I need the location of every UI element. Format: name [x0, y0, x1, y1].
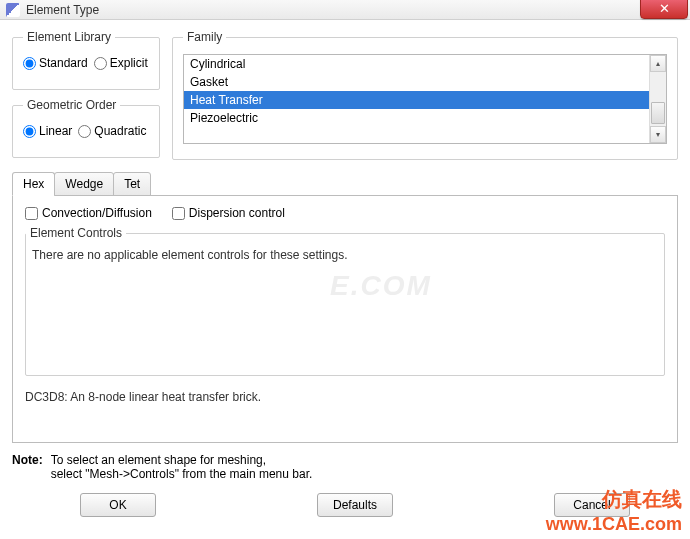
tab-hex[interactable]: Hex [12, 172, 55, 196]
geometric-order-group: Geometric Order Linear Quadratic [12, 98, 160, 158]
element-type-description: DC3D8: An 8-node linear heat transfer br… [25, 390, 665, 404]
tabstrip: Hex Wedge Tet [12, 172, 678, 196]
radio-explicit[interactable]: Explicit [94, 56, 148, 70]
family-group: Family Cylindrical Gasket Heat Transfer … [172, 30, 678, 160]
scroll-thumb[interactable] [651, 102, 665, 124]
element-library-legend: Element Library [23, 30, 115, 44]
scrollbar[interactable]: ▴ ▾ [649, 55, 666, 143]
dialog-window: Element Type ✕ Element Library Standard … [0, 0, 690, 539]
radio-linear-label: Linear [39, 124, 72, 138]
scroll-track[interactable] [650, 72, 666, 126]
radio-standard-label: Standard [39, 56, 88, 70]
window-title: Element Type [26, 3, 99, 17]
close-button[interactable]: ✕ [640, 0, 688, 19]
geometric-order-legend: Geometric Order [23, 98, 120, 112]
list-item[interactable]: Cylindrical [184, 55, 649, 73]
family-legend: Family [183, 30, 226, 44]
element-controls-legend: Element Controls [26, 226, 126, 240]
check-convection[interactable]: Convection/Diffusion [25, 206, 152, 220]
titlebar: Element Type ✕ [0, 0, 690, 20]
app-icon [6, 3, 20, 17]
family-listbox[interactable]: Cylindrical Gasket Heat Transfer Piezoel… [184, 55, 649, 143]
note-label: Note: [12, 453, 43, 481]
check-dispersion[interactable]: Dispersion control [172, 206, 285, 220]
note-line2: select "Mesh->Controls" from the main me… [51, 467, 313, 481]
element-controls-group: Element Controls There are no applicable… [25, 226, 665, 376]
note-line1: To select an element shape for meshing, [51, 453, 313, 467]
cancel-button[interactable]: Cancel [554, 493, 630, 517]
ok-button[interactable]: OK [80, 493, 156, 517]
tab-tet[interactable]: Tet [113, 172, 151, 196]
check-convection-label: Convection/Diffusion [42, 206, 152, 220]
radio-standard[interactable]: Standard [23, 56, 88, 70]
defaults-button[interactable]: Defaults [317, 493, 393, 517]
radio-quadratic[interactable]: Quadratic [78, 124, 146, 138]
element-controls-message: There are no applicable element controls… [26, 240, 664, 270]
scroll-down-icon[interactable]: ▾ [650, 126, 666, 143]
button-bar: OK Defaults Cancel [0, 481, 690, 525]
element-library-group: Element Library Standard Explicit [12, 30, 160, 90]
radio-explicit-label: Explicit [110, 56, 148, 70]
radio-linear[interactable]: Linear [23, 124, 72, 138]
tab-wedge[interactable]: Wedge [54, 172, 114, 196]
radio-quadratic-label: Quadratic [94, 124, 146, 138]
tab-content: Convection/Diffusion Dispersion control … [12, 195, 678, 443]
note: Note: To select an element shape for mes… [0, 443, 690, 481]
check-dispersion-label: Dispersion control [189, 206, 285, 220]
list-item[interactable]: Heat Transfer [184, 91, 649, 109]
scroll-up-icon[interactable]: ▴ [650, 55, 666, 72]
list-item[interactable]: Piezoelectric [184, 109, 649, 127]
list-item[interactable]: Gasket [184, 73, 649, 91]
